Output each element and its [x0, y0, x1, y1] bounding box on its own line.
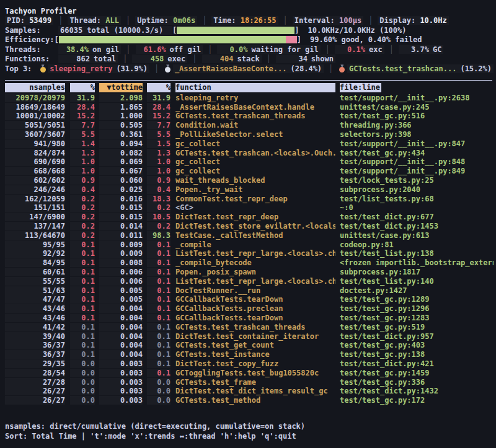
silver-medal-icon: [165, 64, 169, 72]
cell-percent: 0.0: [70, 359, 95, 368]
cell-percent: 0.0: [70, 396, 95, 405]
table-row: 29/350.00.0030.1DictTest.test_copy_fuzzt…: [5, 359, 494, 369]
cell-tottime: 0.004: [99, 304, 143, 313]
separator: │: [154, 64, 159, 73]
cell-nsamples: 5051/5051: [5, 121, 65, 130]
cell-function: Condition.wait: [175, 121, 335, 130]
cell-fileline: test/test_gc.py:434: [340, 149, 494, 157]
cell-fileline: test/test_gc.py:138: [340, 350, 494, 359]
cell-percent: 5.5: [70, 130, 95, 139]
separator: │: [192, 55, 197, 63]
column-header-function[interactable]: function: [175, 83, 335, 92]
cell-tottime: 0.361: [99, 130, 143, 139]
cell-nsamples: 18649/18649: [5, 103, 65, 112]
cell-percent-cumulative: 0.1: [147, 277, 170, 286]
table-row: 47/470.10.0050.1GCCallbackTests.tearDown…: [5, 295, 494, 304]
threads-segment: 3.7%GC: [399, 45, 443, 54]
cell-tottime: 0.009: [99, 240, 143, 249]
cell-nsamples: 941/980: [5, 139, 65, 148]
separator: │: [283, 16, 288, 25]
status-pid-value: 53499: [29, 16, 51, 25]
cell-nsamples: 151/151: [5, 203, 65, 212]
functions-segment-text: shown: [311, 55, 334, 63]
table-body: 20978/2097931.92.09831.9sleeping_retryte…: [5, 94, 494, 405]
cell-nsamples: 27/28: [5, 378, 65, 387]
status-display: Display: 10.0Hz: [378, 16, 448, 25]
cell-percent-cumulative: 0.2: [147, 203, 170, 212]
table-row: 43/460.10.0040.1GCCallbackTests.preclean…: [5, 304, 494, 314]
cell-fileline: threading.py:366: [340, 121, 494, 130]
cell-fileline: test/test_dict.py:677: [340, 213, 494, 221]
cell-nsamples: 43/46: [5, 314, 65, 322]
cell-nsamples: 162/12059: [5, 195, 65, 203]
cell-fileline: test/test_gc.py:516: [340, 112, 494, 120]
cell-tottime: 0.005: [99, 295, 143, 304]
cell-nsamples: 60/61: [5, 268, 65, 276]
cell-tottime: 0.004: [99, 314, 143, 322]
cell-function: DictTest.test_container_iterator: [175, 332, 335, 341]
column-header-tottime[interactable]: ▼tottime: [99, 83, 143, 92]
cell-function: GCTogglingTests.test_bug1055820c: [175, 369, 335, 377]
cell-nsamples: 20978/20979: [5, 94, 65, 102]
cell-percent: 0.1: [70, 304, 95, 313]
separator: │: [326, 45, 330, 54]
cell-nsamples: 137/147: [5, 222, 65, 231]
cell-fileline: test/test_gc.py:1296: [340, 304, 494, 313]
cell-percent-cumulative: 0.1: [147, 314, 170, 322]
cell-fileline: test/test_list.py:138: [340, 249, 494, 258]
cell-tottime: 0.006: [99, 268, 143, 276]
cell-percent: 0.0: [70, 387, 95, 395]
cell-tottime: 0.011: [99, 231, 143, 240]
column-header-percent[interactable]: %: [70, 83, 95, 92]
table-row: 3607/36075.50.3615.5_PollLikeSelector.se…: [5, 130, 494, 139]
status-interval-label: Interval:: [294, 16, 339, 25]
table-row: 113/646700.20.01198.3TestCase._callTestM…: [5, 231, 494, 240]
cell-percent: 28.4: [70, 103, 95, 112]
column-header-fileline[interactable]: file:line: [340, 83, 494, 92]
cell-percent: 0.1: [70, 295, 95, 304]
cell-function: GCCallbackTests.preclean: [175, 304, 335, 313]
status-interval: Interval: 100μs: [293, 16, 363, 25]
cell-function: DictTest.test_dict_items_result_gc: [175, 387, 335, 395]
functions-segment-text: exec: [167, 55, 185, 63]
cell-fileline: test/test_dict.py:1453: [340, 222, 494, 231]
cell-function: Popen._try_wait: [175, 185, 335, 194]
cell-percent-cumulative: 0.1: [147, 268, 170, 276]
cell-fileline: test/test_gc.py:1459: [340, 369, 494, 377]
cell-nsamples: 26/27: [5, 387, 65, 395]
cell-percent: 0.1: [70, 258, 95, 267]
cell-function: ListTest.test_repr_large.<locals>.check: [175, 277, 335, 286]
status-uptime-label: Uptime:: [137, 16, 173, 25]
column-header-nsamples[interactable]: nsamples: [5, 83, 65, 92]
cell-percent-cumulative: 0.0: [147, 396, 170, 405]
gold-medal-icon: [40, 64, 44, 72]
threads-segment-text: GC: [433, 45, 441, 54]
cell-percent-cumulative: 0.1: [147, 258, 170, 267]
cell-percent-cumulative: 0.1: [147, 240, 170, 249]
column-header-percent2[interactable]: %: [147, 83, 170, 92]
cell-function: _PollLikeSelector.select: [175, 130, 335, 139]
cell-percent-cumulative: 1.0: [147, 157, 170, 166]
cell-tottime: 0.003: [99, 378, 143, 387]
cell-nsamples: 147/6900: [5, 213, 65, 221]
stats-table: nsamples%▼tottime%functionfile:line 2097…: [5, 83, 494, 405]
cell-percent: 0.1: [70, 268, 95, 276]
cell-percent-cumulative: 0.1: [147, 304, 170, 313]
cell-percent: 0.2: [70, 222, 95, 231]
cell-function: Popen._posix_spawn: [175, 268, 335, 276]
top3-percent: (15.2%): [460, 64, 492, 73]
cell-tottime: 0.005: [99, 286, 143, 295]
efficiency-summary: 99.60% good, 0.40% failed: [310, 35, 422, 44]
cell-percent: 0.1: [70, 314, 95, 322]
table-row: 60/610.10.0060.1Popen._posix_spawnsubpro…: [5, 268, 494, 277]
efficiency-bar-open-bracket: [: [54, 35, 58, 44]
functions-segment-text: total: [94, 55, 116, 63]
cell-tottime: 0.004: [99, 341, 143, 349]
cell-tottime: 1.000: [99, 112, 143, 120]
cell-percent: 0.1: [70, 277, 95, 286]
cell-nsamples: 55/55: [5, 277, 65, 286]
status-display-label: Display:: [379, 16, 420, 25]
cell-function: gc_collect: [175, 157, 335, 166]
cell-nsamples: 92/92: [5, 249, 65, 258]
table-row: 5051/50517.70.5057.7Condition.waitthread…: [5, 121, 494, 130]
